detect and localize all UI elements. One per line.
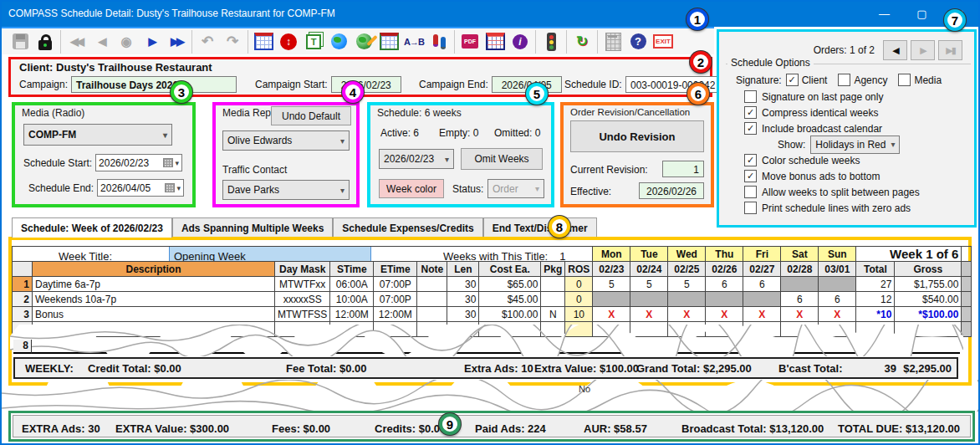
minimize-button[interactable]: —	[865, 2, 903, 27]
cell-day-count[interactable]	[668, 322, 706, 337]
first-record-icon[interactable]: ◀◀	[64, 30, 89, 54]
cell-day-count[interactable]: 6	[706, 277, 743, 292]
microphone-icon[interactable]	[426, 30, 452, 54]
lock-icon[interactable]	[33, 30, 58, 54]
cell-day-count[interactable]	[819, 322, 856, 337]
cell-day-count[interactable]	[630, 292, 668, 307]
cell-etime[interactable]: 12:00M	[374, 307, 417, 322]
signature-agency-checkbox[interactable]	[838, 74, 850, 86]
globe-edit-icon[interactable]	[351, 30, 376, 54]
cell-day-count[interactable]	[706, 322, 743, 337]
cell-day-count[interactable]	[630, 322, 668, 337]
booking-calendar-icon[interactable]	[376, 30, 401, 54]
cell-stime[interactable]: 06:00A	[330, 277, 374, 292]
compress-identical-weeks-checkbox[interactable]: ✓	[744, 106, 757, 119]
traffic-contact-select[interactable]: Dave Parks▾	[222, 180, 350, 200]
orders-prev-button[interactable]: ◀	[883, 40, 907, 60]
cell-day-count[interactable]: X	[706, 307, 743, 322]
cell-day-mask[interactable]: MTWTFSS	[275, 307, 330, 322]
stop-icon[interactable]: ◉	[114, 30, 139, 54]
refresh-icon[interactable]: ↻	[569, 30, 595, 54]
cell-day-count[interactable]: 5	[593, 277, 630, 292]
cell-description[interactable]	[33, 322, 275, 337]
cell-stime[interactable]	[330, 322, 374, 337]
maximize-button[interactable]: ▢	[903, 2, 941, 27]
cell-day-count[interactable]	[668, 292, 706, 307]
allow-weeks-to-split-between-pages-checkbox[interactable]	[744, 186, 757, 198]
exit-icon[interactable]: EXIT	[651, 30, 676, 54]
cell-day-count[interactable]: 5	[668, 277, 706, 292]
cell-day-count[interactable]: 5	[630, 277, 668, 292]
cell-note[interactable]	[417, 292, 447, 307]
signature-media-checkbox[interactable]	[898, 74, 911, 86]
broadcast-calendar-icon[interactable]	[482, 30, 508, 54]
cell-note[interactable]	[417, 322, 447, 337]
media-rep-select[interactable]: Olive Edwards▾	[222, 130, 350, 151]
cell-day-mask[interactable]	[275, 322, 330, 337]
cell-day-count[interactable]: X	[630, 307, 668, 322]
campaign-input[interactable]: Trailhouse Days 2026	[71, 76, 237, 93]
globe-icon[interactable]	[326, 30, 351, 54]
broadcast-calendar-show-select[interactable]: Holidays in Red▾	[810, 136, 900, 154]
cell-day-count[interactable]: X	[593, 307, 630, 322]
cell-day-count[interactable]: X	[743, 307, 781, 322]
pdf-icon[interactable]: PDF	[457, 30, 482, 54]
cell-day-count[interactable]: X	[819, 307, 856, 322]
cell-day-mask[interactable]: MTWTFxx	[275, 277, 330, 292]
orders-next-button[interactable]: ▶	[911, 40, 935, 60]
schedule-start-datepicker[interactable]: 2026/02/23▾	[95, 154, 182, 171]
cell-day-count[interactable]	[593, 292, 630, 307]
cell-ros[interactable]: 0	[565, 277, 593, 292]
cell-pkg[interactable]	[541, 292, 565, 307]
cell-pkg[interactable]	[541, 322, 565, 337]
cell-day-count[interactable]: 6	[819, 292, 856, 307]
undo-revision-button[interactable]: Undo Revision	[570, 120, 704, 152]
schedule-calendar-icon[interactable]	[251, 30, 276, 54]
last-record-icon[interactable]: ▶▶	[164, 30, 189, 54]
cell-stime[interactable]: 10:00A	[330, 292, 374, 307]
letters-ab-icon[interactable]: A→B	[401, 30, 426, 54]
cell-len[interactable]: 30	[447, 307, 479, 322]
omit-weeks-button[interactable]: Omit Weeks	[461, 148, 543, 170]
calculator-icon[interactable]	[600, 30, 625, 54]
tab-end-text-disclaimer[interactable]: End Text/Disclaimer	[483, 217, 597, 238]
cell-day-count[interactable]	[593, 322, 630, 337]
color-schedule-weeks-checkbox[interactable]: ✓	[744, 154, 757, 166]
help-icon[interactable]: ?	[625, 30, 651, 54]
cell-day-count[interactable]	[743, 292, 781, 307]
week-color-button[interactable]: Week color	[379, 179, 444, 198]
traffic-light-icon[interactable]	[538, 30, 564, 54]
next-record-icon[interactable]: ▶	[139, 30, 164, 54]
cell-cost[interactable]	[479, 322, 541, 337]
cell-day-count[interactable]: X	[668, 307, 706, 322]
tab-schedule-week-of-2026-02-23[interactable]: Schedule: Week of 2026/02/23	[12, 217, 172, 238]
cell-day-mask[interactable]: xxxxxSS	[275, 292, 330, 307]
cell-note[interactable]	[417, 307, 447, 322]
sync-icon[interactable]: ↕	[276, 30, 301, 54]
cell-cost[interactable]: $65.00	[479, 277, 541, 292]
signature-on-last-page-only-checkbox[interactable]	[744, 90, 757, 103]
cell-day-count[interactable]	[706, 292, 743, 307]
cell-pkg[interactable]: N	[541, 307, 565, 322]
cell-day-count[interactable]	[819, 277, 856, 292]
cell-len[interactable]: 30	[447, 292, 479, 307]
cell-day-count[interactable]	[781, 322, 819, 337]
cell-day-count[interactable]: X	[781, 307, 819, 322]
cell-description[interactable]: Weekends 10a-7p	[33, 292, 275, 307]
cell-cost[interactable]: $45.00	[479, 292, 541, 307]
cell-len[interactable]: 30	[447, 277, 479, 292]
cell-pkg[interactable]	[541, 277, 565, 292]
station-select[interactable]: COMP-FM▾	[23, 124, 172, 146]
info-icon[interactable]: i	[508, 30, 533, 54]
undo-icon[interactable]: ↶	[195, 30, 220, 54]
tab-schedule-expenses-credits[interactable]: Schedule Expenses/Credits	[333, 217, 482, 238]
redo-icon[interactable]: ↷	[220, 30, 245, 54]
cell-description[interactable]: Bonus	[33, 307, 275, 322]
cell-day-count[interactable]	[743, 322, 781, 337]
cell-ros[interactable]: 10	[565, 307, 593, 322]
cell-note[interactable]	[417, 277, 447, 292]
save-icon[interactable]	[8, 30, 33, 54]
copy-text-icon[interactable]: T	[301, 30, 326, 54]
week-select[interactable]: 2026/02/23▾	[379, 149, 454, 169]
cell-cost[interactable]: $100.00	[479, 307, 541, 322]
